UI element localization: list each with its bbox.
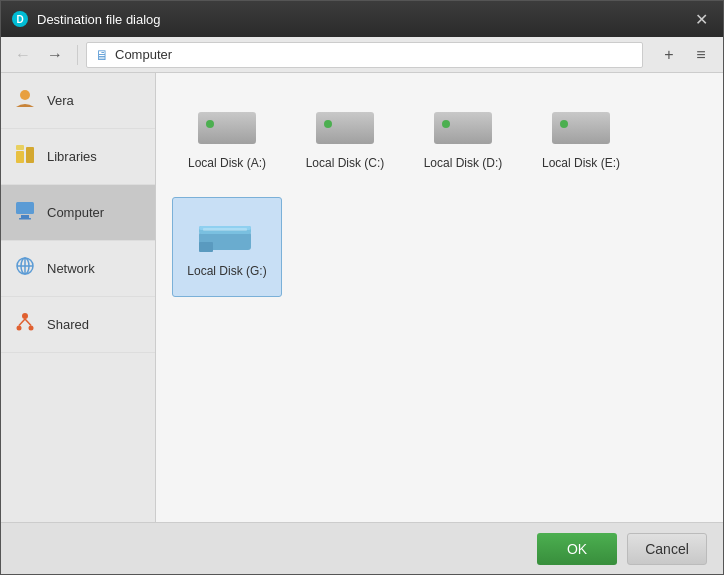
- svg-rect-21: [199, 242, 213, 252]
- sidebar-item-network-label: Network: [47, 261, 95, 276]
- toolbar: ← → 🖥 Computer + ≡: [1, 37, 723, 73]
- new-folder-button[interactable]: +: [655, 41, 683, 69]
- svg-rect-8: [19, 218, 31, 220]
- toolbar-separator: [77, 45, 78, 65]
- toolbar-right: + ≡: [655, 41, 715, 69]
- sidebar-item-computer[interactable]: Computer: [1, 185, 155, 241]
- vera-icon: [13, 87, 37, 114]
- libraries-icon: [13, 143, 37, 170]
- back-button[interactable]: ←: [9, 41, 37, 69]
- hdd-icon-a: [195, 108, 259, 148]
- view-toggle-button[interactable]: ≡: [687, 41, 715, 69]
- location-bar: 🖥 Computer: [86, 42, 643, 68]
- dialog-icon: D: [11, 10, 29, 28]
- main-panel: Local Disk (A:) Local Disk (C:) Lo: [156, 73, 723, 522]
- drive-label-c: Local Disk (C:): [306, 156, 385, 170]
- usb-icon-g: [195, 216, 259, 256]
- svg-point-2: [20, 90, 30, 100]
- svg-line-17: [25, 319, 31, 326]
- svg-point-13: [22, 313, 28, 319]
- footer: OK Cancel: [1, 522, 723, 574]
- sidebar-item-vera-label: Vera: [47, 93, 74, 108]
- sidebar-item-shared-label: Shared: [47, 317, 89, 332]
- sidebar-item-libraries[interactable]: Libraries: [1, 129, 155, 185]
- svg-rect-3: [16, 151, 24, 163]
- hdd-icon-e: [549, 108, 613, 148]
- drive-item-e[interactable]: Local Disk (E:): [526, 89, 636, 189]
- svg-rect-4: [26, 147, 34, 163]
- location-text: Computer: [115, 47, 172, 62]
- sidebar-item-network[interactable]: Network: [1, 241, 155, 297]
- location-icon: 🖥: [95, 47, 109, 63]
- drive-item-c[interactable]: Local Disk (C:): [290, 89, 400, 189]
- forward-button[interactable]: →: [41, 41, 69, 69]
- ok-button[interactable]: OK: [537, 533, 617, 565]
- drive-item-a[interactable]: Local Disk (A:): [172, 89, 282, 189]
- sidebar-item-libraries-label: Libraries: [47, 149, 97, 164]
- hdd-icon-c: [313, 108, 377, 148]
- destination-file-dialog: D Destination file dialog ✕ ← → 🖥 Comput…: [0, 0, 724, 575]
- sidebar-item-vera[interactable]: Vera: [1, 73, 155, 129]
- sidebar: Vera Libraries: [1, 73, 156, 522]
- usb-drive-svg: [195, 216, 259, 256]
- svg-rect-6: [16, 202, 34, 214]
- title-bar: D Destination file dialog ✕: [1, 1, 723, 37]
- drive-label-e: Local Disk (E:): [542, 156, 620, 170]
- svg-line-16: [19, 319, 25, 326]
- svg-text:D: D: [16, 14, 23, 25]
- drive-item-g[interactable]: Local Disk (G:): [172, 197, 282, 297]
- drive-item-d[interactable]: Local Disk (D:): [408, 89, 518, 189]
- svg-rect-22: [203, 228, 247, 231]
- drive-label-a: Local Disk (A:): [188, 156, 266, 170]
- drive-label-g: Local Disk (G:): [187, 264, 266, 278]
- svg-rect-5: [16, 145, 24, 150]
- hdd-icon-d: [431, 108, 495, 148]
- sidebar-item-computer-label: Computer: [47, 205, 104, 220]
- svg-point-15: [29, 326, 34, 331]
- drive-label-d: Local Disk (D:): [424, 156, 503, 170]
- computer-icon: [13, 199, 37, 226]
- network-icon: [13, 255, 37, 282]
- cancel-button[interactable]: Cancel: [627, 533, 707, 565]
- sidebar-item-shared[interactable]: Shared: [1, 297, 155, 353]
- close-button[interactable]: ✕: [689, 7, 713, 31]
- svg-rect-7: [21, 215, 29, 218]
- svg-point-14: [17, 326, 22, 331]
- dialog-title: Destination file dialog: [37, 12, 689, 27]
- content-area: Vera Libraries: [1, 73, 723, 522]
- shared-icon: [13, 311, 37, 338]
